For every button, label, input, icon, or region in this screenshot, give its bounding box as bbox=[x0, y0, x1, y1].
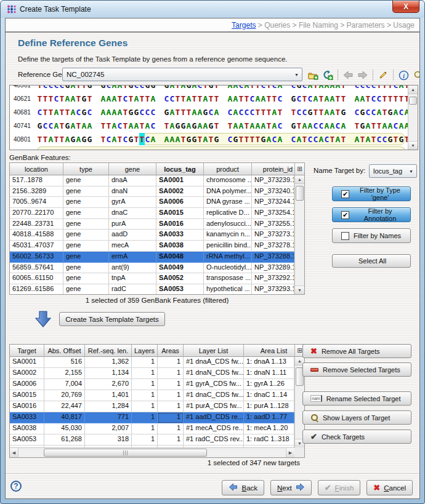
select-all-button[interactable]: Select All bbox=[332, 254, 411, 268]
open-folder-icon[interactable] bbox=[307, 69, 319, 81]
column-header-layer-list[interactable]: Layer List bbox=[184, 345, 244, 357]
target-row[interactable]: SA001622,4471,28411#1 purA_CDS fw...1: p… bbox=[10, 401, 294, 412]
column-header-areas[interactable]: Areas bbox=[158, 345, 184, 357]
cell-product: hypothetical ... bbox=[204, 284, 252, 295]
scrollbar-thumb[interactable] bbox=[296, 186, 304, 201]
genbank-feature-row[interactable]: 45031..47037genemecASA0038penicillin bin… bbox=[10, 241, 294, 252]
targets-table[interactable]: TargetAbs. OffsetRef.-seq. len.LayersAre… bbox=[9, 344, 305, 458]
genbank-feature-row[interactable]: 60065..61150genetnpASA0052transposase ..… bbox=[10, 273, 294, 284]
finish-button[interactable]: ✔Finish bbox=[318, 480, 361, 495]
toolbar-separator bbox=[393, 70, 394, 81]
column-header-target[interactable]: Target bbox=[10, 345, 44, 357]
column-header-type[interactable]: type bbox=[63, 163, 109, 175]
check-targets-button[interactable]: ✔Check Targets bbox=[302, 430, 411, 444]
help-icon[interactable]: ? bbox=[10, 481, 22, 492]
sequence-position-label: 40681 bbox=[14, 106, 32, 119]
target-row[interactable]: SA00022,1551,13411#1 dnaN_CDS fw...1: dn… bbox=[10, 368, 294, 379]
scrollbar-thumb[interactable] bbox=[409, 97, 417, 105]
sequence-row: 40561TCCCCGATTGGCAATGCCGGGATAGACTGTAACAT… bbox=[10, 85, 408, 92]
rename-selected-target-button[interactable]: namRename Selected Target bbox=[302, 391, 411, 406]
sequence-vertical-scrollbar[interactable]: ▲ ▼ bbox=[408, 86, 418, 150]
column-header-location[interactable]: location bbox=[10, 163, 63, 175]
column-header-layers[interactable]: Layers bbox=[132, 345, 158, 357]
title-bar[interactable]: Create Task Template X bbox=[1, 1, 424, 18]
name-target-by-combobox[interactable]: locus_tag ▼ bbox=[369, 164, 417, 178]
scroll-down-icon[interactable]: ▼ bbox=[408, 141, 418, 150]
genbank-feature-row[interactable]: 56002..56733geneermASA0048rRNA methyl...… bbox=[10, 252, 294, 263]
cell-type: gene bbox=[63, 197, 109, 208]
genbank-features-table[interactable]: locationtypegenelocus_tagproductprotein_… bbox=[9, 162, 305, 295]
scroll-down-icon[interactable]: ▼ bbox=[295, 286, 304, 294]
filter-button-filter-by-annotation[interactable]: ✔Filter by Annotation bbox=[332, 207, 411, 222]
toolbar-separator bbox=[338, 70, 338, 81]
remove-selected-targets-button[interactable]: Remove Selected Targets bbox=[302, 362, 411, 377]
target-row[interactable]: SA003340,81777111#1 aadD_CDS re...1: aad… bbox=[10, 412, 294, 423]
scroll-up-icon[interactable]: ▲ bbox=[408, 86, 418, 94]
cell-type: gene bbox=[63, 273, 109, 284]
forward-icon[interactable] bbox=[357, 69, 369, 81]
cell-area-list: 1: radC 1..318 bbox=[244, 434, 294, 446]
filter-button-filter-by-type-gene[interactable]: ✔Filter by Type 'gene' bbox=[332, 186, 411, 201]
cell-type: gene bbox=[63, 252, 109, 263]
scroll-right-icon[interactable]: ▶ bbox=[286, 448, 294, 457]
targets-horizontal-scrollbar[interactable]: ◀ ▶ bbox=[10, 447, 294, 457]
genbank-feature-row[interactable]: 517..1878genednaASA0001chromosome ...NP_… bbox=[10, 175, 294, 186]
genbank-feature-row[interactable]: 61269..61586generadCSA0053hypothetical .… bbox=[10, 284, 294, 295]
target-row[interactable]: SA005361,26831811#1 radC_CDS rev...1: ra… bbox=[10, 434, 294, 446]
scroll-up-icon[interactable]: ▲ bbox=[295, 175, 304, 184]
create-task-template-targets-button[interactable]: Create Task Template Targets bbox=[59, 312, 165, 326]
filter-button-filter-by-names[interactable]: Filter by Names bbox=[332, 228, 411, 243]
cancel-button[interactable]: ✖Cancel bbox=[366, 480, 413, 495]
next-button[interactable]: Next bbox=[270, 480, 312, 495]
column-header-ref-seq-len[interactable]: Ref.-seq. len. bbox=[85, 345, 132, 357]
dialog-create-task-template: Create Task Template X Targets > Queries… bbox=[0, 0, 425, 504]
cell-locus-tag: SA0049 bbox=[156, 263, 204, 274]
cell-protein-id: NP_373289.1 bbox=[252, 263, 294, 274]
column-header-gene[interactable]: gene bbox=[109, 163, 156, 175]
genbank-feature-row[interactable]: 22448..23731genepurASA0016adenylosucci..… bbox=[10, 219, 294, 230]
filter-button-label: Filter by Names bbox=[354, 232, 401, 239]
genbank-feature-row[interactable]: 56859..57641geneant(9)SA0049O-nucleotidy… bbox=[10, 263, 294, 274]
show-layers-of-target-button[interactable]: Show Layers of Target bbox=[302, 410, 411, 425]
scrollbar-thumb[interactable] bbox=[44, 449, 207, 457]
edit-icon[interactable] bbox=[377, 69, 389, 81]
target-row[interactable]: SA003845,0302,00711#1 mecA_CDS re...1: m… bbox=[10, 423, 294, 434]
magnifier-icon bbox=[310, 414, 318, 422]
sequence-group: TAGGAGAAGT bbox=[164, 119, 219, 133]
genbank-feature-row[interactable]: 7005..9674genegyrASA0006DNA gyrase ...NP… bbox=[10, 197, 294, 208]
cell-protein-id: NP_373278.1 bbox=[252, 241, 294, 252]
cell-areas: 1 bbox=[158, 434, 184, 446]
genbank-feature-row[interactable]: 2156..3289genednaNSA0002DNA polymer...NP… bbox=[10, 186, 294, 198]
cell-type: gene bbox=[63, 230, 109, 241]
reference-genome-combobox[interactable]: NC_002745 ▼ bbox=[62, 68, 302, 81]
sequence-viewer[interactable]: 40561TCCCCGATTGGCAATGCCGGGATAGACTGTAACAT… bbox=[9, 85, 418, 150]
table-options-icon[interactable]: ⊞ bbox=[294, 163, 304, 175]
sequence-group: GCAATGCCGG bbox=[100, 85, 156, 92]
cell-gene: gyrA bbox=[109, 197, 156, 208]
column-header-locus-tag[interactable]: locus_tag bbox=[156, 163, 204, 175]
back-icon[interactable] bbox=[342, 69, 354, 81]
scrollbar-corner bbox=[294, 447, 304, 457]
column-header-abs-offset[interactable]: Abs. Offset bbox=[44, 345, 85, 357]
genbank-feature-row[interactable]: 20770..22170genednaCSA0015replicative D.… bbox=[10, 208, 294, 219]
scroll-left-icon[interactable]: ◀ bbox=[10, 448, 18, 457]
back-button[interactable]: Back bbox=[222, 480, 264, 495]
action-button-label: Remove All Targets bbox=[322, 348, 380, 355]
genbank-vertical-scrollbar[interactable]: ▲ ▼ bbox=[294, 175, 304, 294]
target-row[interactable]: SA001520,7691,40111#1 dnaC_CDS fw...1: d… bbox=[10, 390, 294, 401]
filter-button-label: Filter by Annotation bbox=[354, 207, 407, 222]
column-header-product[interactable]: product bbox=[204, 163, 252, 175]
sequence-group: AATCCTTTTT bbox=[354, 92, 408, 106]
cell-ref-seq-len: 318 bbox=[85, 434, 132, 446]
info-icon[interactable]: i bbox=[397, 69, 410, 81]
cell-location: 2156..3289 bbox=[10, 186, 63, 198]
target-row[interactable]: SA00067,0042,67011#1 gyrA_CDS fw...1: gy… bbox=[10, 379, 294, 390]
breadcrumb-link-targets[interactable]: Targets bbox=[232, 21, 256, 30]
close-button[interactable]: X bbox=[392, 1, 419, 13]
remove-all-targets-button[interactable]: ✖Remove All Targets bbox=[302, 344, 411, 358]
cell-gene: ant(9) bbox=[109, 263, 156, 274]
genbank-feature-row[interactable]: 40818..41588geneaadDSA0033kanamycin n...… bbox=[10, 230, 294, 241]
search-icon[interactable] bbox=[412, 69, 420, 81]
target-row[interactable]: SA00015161,36211#1 dnaA_CDS fw...1: dnaA… bbox=[10, 357, 294, 368]
import-genome-icon[interactable] bbox=[322, 69, 334, 81]
